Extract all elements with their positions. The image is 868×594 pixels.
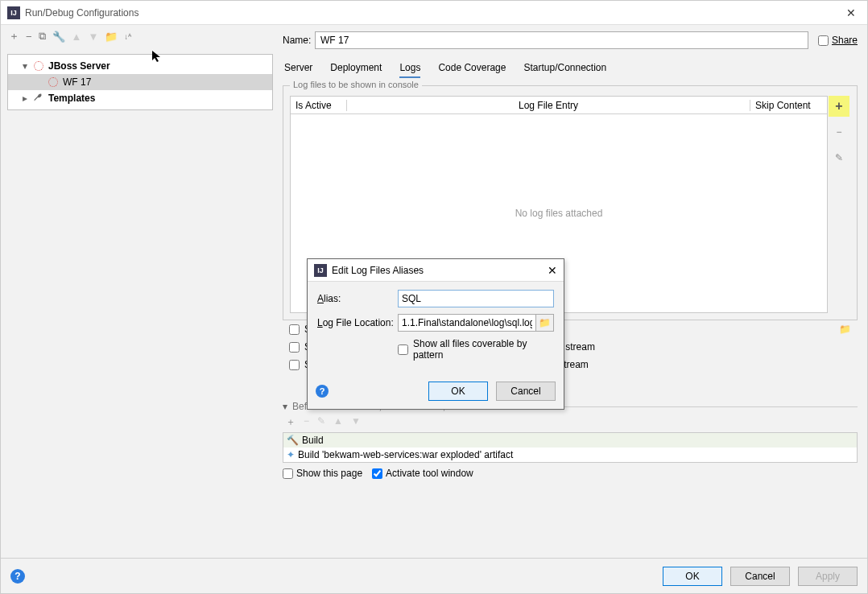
hammer-icon: 🔨 <box>287 435 299 446</box>
folder-open-icon[interactable]: 📁 <box>839 324 851 335</box>
add-task-icon[interactable]: ＋ <box>286 415 296 429</box>
settings-icon[interactable]: 🔧 <box>52 31 65 43</box>
down-task-icon[interactable]: ▼ <box>351 415 361 429</box>
log-side-buttons: + − ✎ <box>828 96 850 168</box>
tab-logs[interactable]: Logs <box>399 59 420 78</box>
show-page-checkbox[interactable]: Show this page <box>283 468 362 479</box>
before-launch-toolbar: ＋ − ✎ ▲ ▼ <box>283 412 858 432</box>
chevron-right-icon[interactable]: ▸ <box>23 93 32 104</box>
show-page-label: Show this page <box>296 468 362 479</box>
help-icon[interactable]: ? <box>316 385 329 398</box>
show-all-label: Show all files coverable by pattern <box>413 338 554 361</box>
remove-task-icon[interactable]: − <box>304 415 309 429</box>
footer: ? OK Cancel Apply <box>1 558 867 593</box>
edit-log-icon[interactable]: ✎ <box>829 147 849 168</box>
up-icon[interactable]: ▲ <box>72 31 82 43</box>
titlebar: IJ Run/Debug Configurations ✕ <box>1 1 867 25</box>
activate-tool-checkbox[interactable]: Activate tool window <box>372 468 473 479</box>
tree-jboss-server[interactable]: ▾ JBoss Server <box>8 58 272 74</box>
app-icon: IJ <box>7 6 20 19</box>
chevron-down-icon[interactable]: ▾ <box>23 60 32 72</box>
dialog-cancel-button[interactable]: Cancel <box>496 382 556 401</box>
cancel-button[interactable]: Cancel <box>730 567 790 586</box>
activate-tool-label: Activate tool window <box>386 468 473 479</box>
dialog-close-icon[interactable]: ✕ <box>548 264 557 277</box>
show-all-files-checkbox[interactable]: Show all files coverable by pattern <box>398 338 554 361</box>
list-item[interactable]: 🔨 Build <box>283 433 857 448</box>
add-log-icon[interactable]: + <box>829 96 849 117</box>
task-label: Build <box>302 435 324 446</box>
bottom-options: Show this page Activate tool window <box>283 463 858 484</box>
wrench-icon <box>32 92 45 105</box>
log-files-legend: Log files to be shown in console <box>290 80 422 89</box>
tab-startup-connection[interactable]: Startup/Connection <box>523 59 606 78</box>
tab-server[interactable]: Server <box>284 59 312 78</box>
config-tree: ▾ JBoss Server WF 17 ▸ Templates <box>7 54 273 110</box>
sidebar-toolbar: ＋ − ⧉ 🔧 ▲ ▼ 📁 ↓ᴬ <box>1 25 273 47</box>
apply-button[interactable]: Apply <box>798 567 858 586</box>
tree-templates[interactable]: ▸ Templates <box>8 90 272 106</box>
folder-icon[interactable]: 📁 <box>105 31 118 43</box>
tree-wf17[interactable]: WF 17 <box>8 74 272 90</box>
task-label: Build 'bekwam-web-services:war exploded'… <box>298 449 513 460</box>
save-console-checkbox[interactable] <box>289 324 300 335</box>
help-icon[interactable]: ? <box>10 569 25 584</box>
browse-folder-icon[interactable]: 📁 <box>536 314 554 332</box>
tree-label: WF 17 <box>63 76 91 88</box>
show-all-box[interactable] <box>398 344 408 355</box>
window-close-icon[interactable]: ✕ <box>841 6 861 19</box>
add-config-icon[interactable]: ＋ <box>9 29 19 43</box>
run-debug-window: IJ Run/Debug Configurations ✕ ＋ − ⧉ 🔧 ▲ … <box>0 0 868 594</box>
name-input[interactable] <box>315 31 808 49</box>
copy-config-icon[interactable]: ⧉ <box>39 30 46 43</box>
log-table-header: Is Active Log File Entry Skip Content <box>291 97 827 114</box>
name-label: Name: <box>283 35 315 46</box>
alias-input[interactable] <box>398 290 554 307</box>
tab-code-coverage[interactable]: Code Coverage <box>438 59 506 78</box>
share-label: Share <box>832 35 858 46</box>
dialog-titlebar: IJ Edit Log Files Aliases ✕ <box>308 259 564 282</box>
edit-task-icon[interactable]: ✎ <box>317 415 325 429</box>
app-icon: IJ <box>314 264 327 277</box>
activate-tool-box[interactable] <box>372 468 382 479</box>
remove-log-icon[interactable]: − <box>829 122 849 142</box>
jboss-icon <box>47 76 60 89</box>
show-page-box[interactable] <box>283 468 293 479</box>
share-checkbox-box[interactable] <box>818 35 829 46</box>
ok-button[interactable]: OK <box>663 567 722 586</box>
stderr-checkbox[interactable] <box>289 360 300 370</box>
alias-label: Alias: <box>317 293 398 304</box>
dialog-title: Edit Log Files Aliases <box>332 265 548 276</box>
location-label: Log File Location: <box>317 317 398 328</box>
col-is-active[interactable]: Is Active <box>291 100 347 111</box>
stdout-checkbox[interactable] <box>289 342 300 353</box>
sort-icon[interactable]: ↓ᴬ <box>124 32 131 41</box>
artifact-icon: ✦ <box>287 449 295 460</box>
dialog-ok-button[interactable]: OK <box>428 382 488 401</box>
jboss-icon <box>32 60 45 72</box>
list-item[interactable]: ✦ Build 'bekwam-web-services:war explode… <box>283 448 857 462</box>
tab-deployment[interactable]: Deployment <box>330 59 382 78</box>
col-skip-content[interactable]: Skip Content <box>750 100 827 111</box>
tree-label: Templates <box>48 93 95 104</box>
before-launch-list: 🔨 Build ✦ Build 'bekwam-web-services:war… <box>283 432 858 463</box>
body: ＋ − ⧉ 🔧 ▲ ▼ 📁 ↓ᴬ ▾ JBoss Server <box>1 25 867 558</box>
share-checkbox[interactable]: Share <box>818 35 858 46</box>
chevron-down-icon[interactable]: ▾ <box>283 401 287 412</box>
up-task-icon[interactable]: ▲ <box>333 415 343 429</box>
tree-label: JBoss Server <box>48 60 110 72</box>
remove-config-icon[interactable]: − <box>26 31 32 43</box>
location-input[interactable] <box>398 314 536 332</box>
col-log-entry[interactable]: Log File Entry <box>347 100 750 111</box>
edit-log-aliases-dialog: IJ Edit Log Files Aliases ✕ Alias: Log F… <box>307 258 564 410</box>
window-title: Run/Debug Configurations <box>25 7 841 19</box>
down-icon[interactable]: ▼ <box>88 31 98 43</box>
